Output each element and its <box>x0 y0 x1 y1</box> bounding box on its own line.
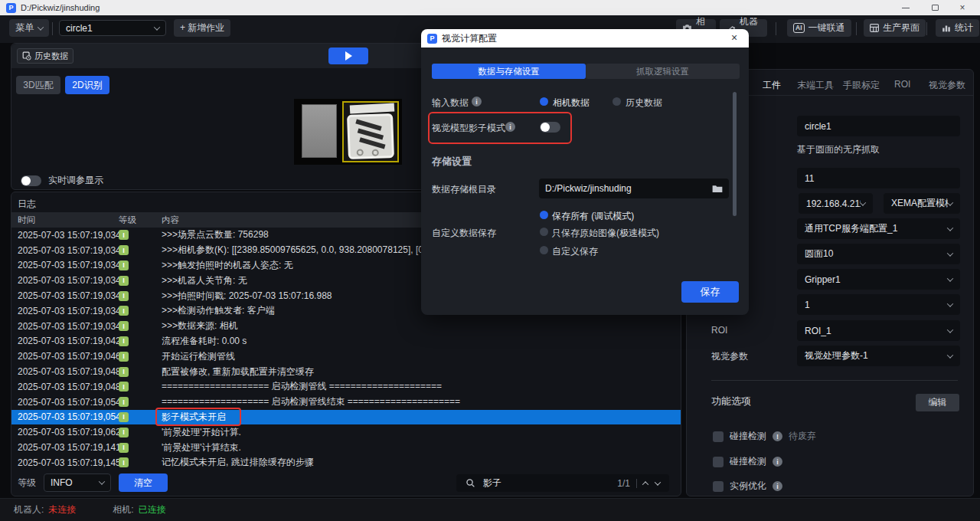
gripper-select[interactable]: Gripper1 <box>797 269 960 290</box>
save-button[interactable]: 保存 <box>681 281 739 303</box>
level-filter-select[interactable]: INFO <box>44 473 111 492</box>
col-level: 等级 <box>119 215 162 226</box>
log-content: 开始运行检测管线 <box>162 350 681 363</box>
dialog-close-button[interactable]: × <box>727 31 741 44</box>
title-bar: P D:/Pickwiz/jinshuding × <box>0 0 980 15</box>
tab-2d-detect[interactable]: 2D识别 <box>65 76 109 94</box>
close-window-button[interactable]: × <box>949 0 975 15</box>
tab-end-tool[interactable]: 末端工具 <box>797 79 834 92</box>
camera-ip-select[interactable]: 192.168.4.211 <box>799 193 873 214</box>
log-level: I <box>119 412 162 422</box>
roi-select[interactable]: ROI_1 <box>797 320 960 341</box>
log-content: 影子模式未开启 <box>162 411 681 424</box>
radio-custom-save[interactable] <box>540 246 548 254</box>
count-select[interactable]: 1 <box>797 294 960 315</box>
log-content: 记忆模式未开启, 跳过排除缓存的步骤 <box>162 456 681 469</box>
toggle-knob <box>21 176 31 185</box>
tcp-config-value: 通用TCP服务端配置_1 <box>805 222 897 235</box>
collision-check-label-2: 碰撞检测 <box>730 455 766 468</box>
tcp-config-select[interactable]: 通用TCP服务端配置_1 <box>797 218 960 239</box>
tab-hand-eye-calib[interactable]: 手眼标定 <box>843 79 880 92</box>
radio-save-all[interactable] <box>540 211 548 219</box>
radio-camera-data-label: 相机数据 <box>553 97 590 110</box>
minimize-button[interactable] <box>893 0 919 15</box>
instance-optimize-checkbox[interactable] <box>713 481 724 492</box>
folder-icon[interactable] <box>712 184 723 193</box>
log-level: I <box>119 382 162 392</box>
maximize-button[interactable] <box>922 0 948 15</box>
root-dir-input[interactable]: D:/Pickwiz/jinshuding <box>539 179 729 198</box>
clear-log-button[interactable]: 清空 <box>119 473 168 492</box>
menu-button[interactable]: 菜单 <box>9 19 49 37</box>
log-row[interactable]: 2025-07-03 15:07:19,048I配置被修改, 重新加载配置并清空… <box>11 364 681 379</box>
log-content: 配置被修改, 重新加载配置并清空缓存 <box>162 365 681 378</box>
dialog-scrollbar[interactable] <box>733 92 737 216</box>
search-prev-button[interactable] <box>642 481 648 487</box>
radio-save-raw-only[interactable] <box>540 228 548 236</box>
deprecated-badge: 待废弃 <box>789 430 816 443</box>
log-row[interactable]: 2025-07-03 15:07:19,046I开始运行检测管线 <box>11 349 681 364</box>
collision-check-row-deprecated: 碰撞检测 ! 待废弃 <box>713 430 816 443</box>
info-level-icon: I <box>119 245 129 255</box>
production-view-button[interactable]: 生产界面 <box>864 19 926 37</box>
realtime-toggle[interactable] <box>21 175 41 186</box>
search-match-counter: 1/1 <box>617 478 630 489</box>
search-icon <box>466 478 475 488</box>
log-search-input[interactable]: 影子 1/1 <box>456 474 669 492</box>
collision-check-row: 碰撞检测 i <box>713 455 782 468</box>
search-next-button[interactable] <box>655 479 661 485</box>
input-data-label: 输入数据 <box>432 97 469 110</box>
log-row[interactable]: 2025-07-03 15:07:19,042I流程准备耗时: 0.00 s <box>11 334 681 349</box>
vision-params-select[interactable]: 视觉处理参数-1 <box>797 346 960 366</box>
shadow-mode-toggle[interactable] <box>540 122 560 133</box>
info-icon: i <box>505 122 515 132</box>
search-divider <box>636 479 637 488</box>
log-row[interactable]: 2025-07-03 15:07:19,048I================… <box>11 379 681 395</box>
play-button[interactable] <box>328 48 368 64</box>
log-level: I <box>119 276 162 286</box>
log-level: I <box>119 306 162 316</box>
search-value: 影子 <box>483 477 501 490</box>
collision-check-label: 碰撞检测 <box>730 430 766 443</box>
info-icon: i <box>472 97 482 106</box>
log-row[interactable]: 2025-07-03 15:07:19,054I影子模式未开启 <box>11 410 681 425</box>
log-row[interactable]: 2025-07-03 15:07:19,054I================… <box>11 395 681 410</box>
radio-camera-data[interactable] <box>540 97 548 106</box>
job-select[interactable]: circle1 <box>59 20 166 36</box>
log-row[interactable]: 2025-07-03 15:07:19,062I'前景处理'开始计算. <box>11 424 681 440</box>
tab-vision-params[interactable]: 视觉参数 <box>929 79 965 92</box>
info-level-icon: I <box>119 321 129 331</box>
collision-check-checkbox[interactable] <box>713 431 724 442</box>
collision-check-checkbox-2[interactable] <box>713 457 724 467</box>
log-row[interactable]: 2025-07-03 15:07:19,145I记忆模式未开启, 跳过排除缓存的… <box>11 455 681 470</box>
log-level: I <box>119 321 162 331</box>
info-level-icon: I <box>119 428 129 437</box>
log-level: I <box>119 443 162 453</box>
radio-history-data[interactable] <box>612 97 621 106</box>
chevron-down-icon <box>860 199 866 205</box>
edit-features-button[interactable]: 编辑 <box>916 394 959 411</box>
add-job-button[interactable]: + 新增作业 <box>174 19 230 37</box>
log-row[interactable]: 2025-07-03 15:07:19,034I>>>数据来源: 相机 <box>11 319 681 334</box>
stats-button[interactable]: 统计 <box>936 19 979 37</box>
app-window: P D:/Pickwiz/jinshuding × 菜单 circle1 + 新… <box>0 0 980 521</box>
roi-value: ROI_1 <box>805 326 831 336</box>
workpiece-name-input[interactable]: circle1 <box>797 116 960 136</box>
log-row[interactable]: 2025-07-03 15:07:19,141I'前景处理'计算结束. <box>11 440 681 455</box>
tab-roi[interactable]: ROI <box>894 79 910 90</box>
tab-3d-match[interactable]: 3D匹配 <box>16 76 60 94</box>
history-data-button[interactable]: 历史数据 <box>17 48 74 64</box>
dialog-title-bar[interactable]: P 视觉计算配置 × <box>421 29 749 48</box>
one-click-connect-button[interactable]: AI 一键联通 <box>787 19 851 37</box>
workpiece-number-input[interactable]: 11 <box>797 168 960 188</box>
info-level-icon: I <box>119 382 129 392</box>
tab-grasp-logic[interactable]: 抓取逻辑设置 <box>586 64 740 79</box>
ai-icon: AI <box>793 23 805 33</box>
chevron-down-icon <box>947 352 953 358</box>
realtime-label: 实时调参显示 <box>48 174 103 187</box>
features-header: 功能选项 <box>711 395 751 408</box>
circle-feature-select[interactable]: 圆面10 <box>797 244 960 264</box>
tab-workpiece[interactable]: 工件 <box>763 79 781 92</box>
tab-data-storage[interactable]: 数据与存储设置 <box>432 64 586 79</box>
camera-template-select[interactable]: XEMA配置模板- <box>884 193 960 214</box>
